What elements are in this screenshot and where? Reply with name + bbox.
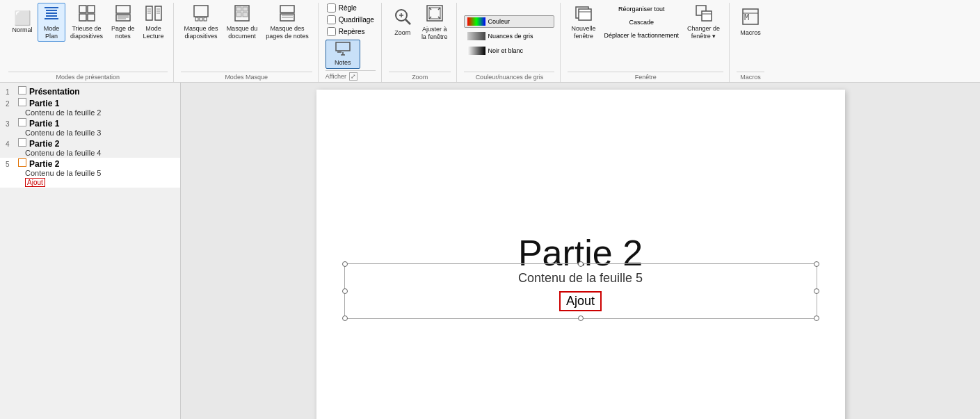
checkbox-reperes[interactable]: Repères: [326, 26, 367, 37]
svg-rect-24: [200, 17, 202, 21]
item-checkbox-3[interactable]: [18, 118, 26, 126]
outline-row-3: 3 Partie 1: [6, 118, 175, 129]
reperes-checkbox[interactable]: [327, 27, 336, 36]
btn-deplacer-fractionnement[interactable]: Déplacer le fractionnement: [600, 30, 682, 42]
svg-rect-49: [702, 11, 712, 21]
trieuse-label: Trieuse dediapositives: [70, 25, 103, 40]
group-modes-masque: Masque desdiapositives Masque dudocument: [175, 3, 319, 82]
notes-icon: [335, 42, 351, 58]
macros-label: Macros: [740, 29, 761, 37]
ajuster-icon: [426, 4, 444, 24]
noir-blanc-label: Noir et blanc: [488, 47, 523, 54]
main-area: 1 Présentation 2 Partie 1 Contenu de la …: [0, 83, 980, 419]
btn-masque-diapositives[interactable]: Masque desdiapositives: [181, 3, 222, 42]
svg-rect-22: [194, 6, 208, 17]
group-afficher-label: Afficher ⤢: [326, 70, 376, 81]
group-items: Nouvellefenêtre Réorganiser tout Cascade…: [568, 3, 723, 70]
btn-zoom[interactable]: Zoom: [389, 3, 417, 42]
btn-cascade[interactable]: Cascade: [600, 16, 682, 28]
slide-tag[interactable]: Ajout: [559, 291, 602, 311]
item-title-1: Présentation: [29, 87, 80, 97]
nouvelle-fenetre-label: Nouvellefenêtre: [571, 25, 595, 40]
svg-text:M: M: [744, 13, 749, 22]
slide-content-text: Contenu de la feuille 5: [359, 271, 803, 286]
zoom-icon: [394, 8, 412, 28]
btn-mode-plan[interactable]: ModePlan: [38, 3, 65, 42]
btn-couleur[interactable]: Couleur: [464, 15, 554, 28]
masque-diapositives-icon: [193, 5, 209, 24]
svg-line-40: [405, 19, 410, 24]
checkbox-regle[interactable]: Règle: [326, 3, 358, 13]
btn-page-notes[interactable]: Page denotes: [108, 3, 138, 42]
btn-macros[interactable]: M Macros: [737, 3, 764, 42]
ajuster-label: Ajuster àla fenêtre: [421, 26, 448, 41]
btn-changer-fenetre[interactable]: Changer defenêtre ▾: [684, 3, 723, 42]
btn-normal[interactable]: ⬜ Normal: [8, 3, 36, 42]
regle-checkbox[interactable]: [327, 3, 336, 13]
ribbon: ⬜ Normal ModePlan: [0, 0, 980, 83]
handle-top-left[interactable]: [342, 261, 348, 267]
svg-rect-6: [88, 6, 95, 13]
item-content-3: Contenu de la feuille 3: [6, 129, 175, 137]
group-modes-masque-label: Modes Masque: [181, 72, 312, 81]
item-checkbox-4[interactable]: [18, 138, 26, 147]
item-checkbox-5[interactable]: [18, 158, 26, 167]
textbox-inner: Contenu de la feuille 5 Ajout: [345, 264, 817, 318]
masque-document-icon: [234, 5, 250, 24]
list-item[interactable]: 4 Partie 2 Contenu de la feuille 4: [0, 138, 180, 158]
svg-rect-29: [236, 13, 241, 17]
item-num-3: 3: [6, 120, 15, 128]
handle-bottom-right[interactable]: [814, 315, 819, 321]
item-tag-5: Ajout: [25, 178, 45, 187]
btn-nouvelle-fenetre[interactable]: Nouvellefenêtre: [568, 3, 599, 42]
btn-reorganiser-tout[interactable]: Réorganiser tout: [600, 3, 682, 15]
btn-notes[interactable]: Notes: [326, 40, 360, 69]
handle-top-middle[interactable]: [578, 261, 584, 267]
reorganiser-cascade-group: Réorganiser tout Cascade Déplacer le fra…: [600, 3, 682, 42]
btn-masque-document[interactable]: Masque dudocument: [223, 3, 262, 42]
handle-middle-left[interactable]: [342, 288, 348, 294]
item-checkbox-2[interactable]: [18, 98, 26, 106]
handle-bottom-middle[interactable]: [578, 315, 584, 321]
handle-bottom-left[interactable]: [342, 315, 348, 321]
btn-masque-pages-notes[interactable]: Masque despages de notes: [262, 3, 312, 42]
svg-rect-31: [280, 6, 294, 13]
list-item[interactable]: 5 Partie 2 Contenu de la feuille 5 Ajout: [0, 158, 180, 188]
afficher-expand-icon[interactable]: ⤢: [349, 72, 358, 81]
slide-textbox[interactable]: Contenu de la feuille 5 Ajout: [344, 263, 817, 319]
masque-pages-notes-icon: [280, 5, 295, 24]
item-title-3: Partie 1: [29, 119, 59, 129]
btn-nuances-gris[interactable]: Nuances de gris: [464, 30, 554, 42]
btn-mode-lecture[interactable]: ModeLecture: [140, 3, 168, 42]
list-item[interactable]: 1 Présentation: [0, 85, 180, 97]
mode-plan-icon: [43, 5, 60, 24]
group-items: Règle Quadrillage Repères: [326, 3, 376, 69]
svg-rect-23: [195, 17, 198, 21]
group-couleur: Couleur Nuances de gris Noir et blanc Co…: [458, 3, 561, 82]
regle-label: Règle: [339, 4, 357, 12]
item-checkbox-1[interactable]: [18, 86, 26, 95]
nuances-swatch: [467, 32, 485, 40]
svg-rect-46: [579, 9, 591, 20]
mode-lecture-label: ModeLecture: [143, 25, 164, 40]
outline-panel: 1 Présentation 2 Partie 1 Contenu de la …: [0, 83, 181, 419]
checkbox-quadrillage[interactable]: Quadrillage: [326, 15, 376, 25]
list-item[interactable]: 3 Partie 1 Contenu de la feuille 3: [0, 117, 180, 138]
btn-noir-blanc[interactable]: Noir et blanc: [464, 44, 554, 57]
masque-pages-notes-label: Masque despages de notes: [266, 25, 309, 40]
list-item[interactable]: 2 Partie 1 Contenu de la feuille 2: [0, 97, 180, 117]
quadrillage-checkbox[interactable]: [327, 15, 336, 24]
handle-top-right[interactable]: [814, 261, 819, 267]
outline-row-5: 5 Partie 2: [6, 158, 175, 169]
btn-ajuster[interactable]: Ajuster àla fenêtre: [418, 3, 451, 42]
svg-rect-2: [46, 13, 57, 14]
svg-rect-0: [45, 7, 58, 8]
svg-rect-30: [243, 13, 248, 17]
svg-rect-25: [204, 17, 207, 21]
btn-trieuse[interactable]: Trieuse dediapositives: [67, 3, 106, 42]
svg-rect-8: [88, 14, 95, 21]
handle-middle-right[interactable]: [814, 288, 819, 294]
svg-rect-27: [236, 7, 241, 11]
group-zoom-label: Zoom: [389, 72, 451, 81]
notes-label: Notes: [335, 59, 351, 67]
